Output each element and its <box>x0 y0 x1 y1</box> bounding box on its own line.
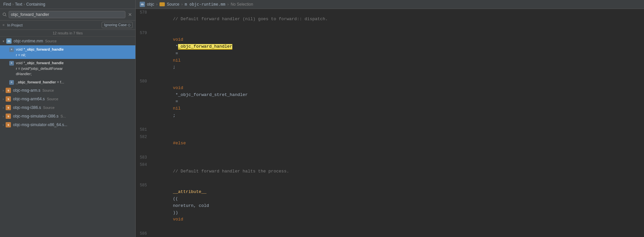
editor-breadcrumb: m objc › Source › m objc-runtime.mm › No… <box>136 0 644 9</box>
search-clear-button[interactable]: ✕ <box>127 12 133 17</box>
file-badge-s: s <box>6 105 11 110</box>
code-line-583: 583 <box>136 154 644 161</box>
file-badge-s: s <box>6 96 11 102</box>
file-name-objc-runtime: objc-runtime.mm <box>14 39 43 43</box>
ed-bc-selection: No Selection <box>231 2 253 7</box>
code-line-581: 581 <box>136 126 644 133</box>
svg-rect-3 <box>160 3 162 4</box>
file-type-icon: m <box>140 2 145 7</box>
file-source-arm: Source <box>42 88 54 92</box>
file-badge-s: s <box>6 88 11 93</box>
ed-bc-sep-1: › <box>156 2 158 7</box>
file-source-objc-runtime: Source <box>45 39 57 43</box>
line-content: void *_objc_forward_handler = nil ; <box>152 29 644 78</box>
file-badge-m: m <box>6 38 12 44</box>
code-line-586: 586 objc_defaultForwardHandler ( id self… <box>136 230 644 237</box>
ed-bc-sep-3: › <box>227 2 229 7</box>
results-count: 12 results in 7 files <box>0 30 135 37</box>
result-item-icon: ≡ <box>9 61 14 66</box>
line-number: 581 <box>136 126 152 133</box>
file-name-arm: objc-msg-arm.s <box>13 88 40 93</box>
breadcrumb: Find › Text › Containing <box>0 0 135 9</box>
svg-rect-2 <box>160 3 164 6</box>
code-line-582: 582 #else <box>136 133 644 154</box>
line-number: 586 <box>136 230 152 237</box>
line-content: #else <box>152 133 644 154</box>
code-area[interactable]: 578 // Default forward handler (nil) goe… <box>136 9 644 237</box>
line-content: objc_defaultForwardHandler ( id self , S… <box>152 230 644 237</box>
chevron-right-icon: › <box>3 115 4 118</box>
results-list[interactable]: ▾ m objc-runtime.mm Source ≡ void *_objc… <box>0 37 135 237</box>
file-name-i386: objc-msg-i386.s <box>13 105 41 110</box>
code-line-585: 585 __attribute__ (( noreturn, cold )) v… <box>136 182 644 230</box>
code-line-579: 579 void *_objc_forward_handler = nil ; <box>136 29 644 78</box>
ed-bc-filename[interactable]: m objc-runtime.mm <box>185 2 225 7</box>
breadcrumb-sep-1: › <box>12 2 14 7</box>
result-item[interactable]: ≡ void *_objc_forward_handler = nil; <box>0 45 135 59</box>
search-options: ≡ In Project Ignoring Case ◇ <box>0 21 135 30</box>
search-icon <box>3 13 7 17</box>
file-header-arm64[interactable]: › s objc-msg-arm64.s Source <box>0 95 135 103</box>
file-group-i386: › s objc-msg-i386.s Source <box>0 103 135 112</box>
file-group-sim-i386: › s objc-msg-simulator-i386.s S... <box>0 112 135 120</box>
file-header-sim-i386[interactable]: › s objc-msg-simulator-i386.s S... <box>0 112 135 120</box>
folder-icon <box>160 2 165 6</box>
breadcrumb-find[interactable]: Find <box>3 2 11 7</box>
line-content: // Default forward handler halts the pro… <box>152 161 644 182</box>
line-number: 579 <box>136 29 152 36</box>
svg-point-0 <box>3 13 6 16</box>
file-badge-s: s <box>6 122 11 127</box>
code-line-580: 580 void *_objc_forward_stret_handler = … <box>136 78 644 126</box>
file-header-i386[interactable]: › s objc-msg-i386.s Source <box>0 103 135 112</box>
line-content: __attribute__ (( noreturn, cold )) void <box>152 182 644 230</box>
search-input[interactable] <box>9 11 125 18</box>
ed-bc-sep-2: › <box>181 2 183 7</box>
scope-label[interactable]: In Project <box>7 23 23 27</box>
line-content: void *_objc_forward_stret_handler = nil … <box>152 78 644 126</box>
result-item-icon: ≡ <box>9 80 14 85</box>
result-item-text: void *_objc_forward_handler = nil; <box>16 47 133 58</box>
line-number: 584 <box>136 161 152 168</box>
chevron-right-icon: › <box>3 123 4 127</box>
file-header-sim-x86[interactable]: › s objc-msg-simulator-x86_64.s... <box>0 120 135 129</box>
breadcrumb-text[interactable]: Text <box>15 2 22 7</box>
file-source-sim-i386: S... <box>61 114 66 118</box>
line-number: 585 <box>136 182 152 189</box>
chevron-right-icon: › <box>3 89 4 92</box>
file-header-objc-runtime[interactable]: ▾ m objc-runtime.mm Source <box>0 37 135 45</box>
ed-bc-source[interactable]: Source <box>167 2 179 7</box>
result-item-text: void *_objc_forward_handler = (void*)obj… <box>16 60 133 77</box>
left-panel: Find › Text › Containing ✕ ≡ In Project … <box>0 0 136 237</box>
line-content: // Default forward handler (nil) goes to… <box>152 9 644 29</box>
chevron-right-icon: › <box>3 97 4 101</box>
file-group-arm64: › s objc-msg-arm64.s Source <box>0 95 135 103</box>
file-name-sim-x86: objc-msg-simulator-x86_64.s... <box>13 122 67 127</box>
line-number: 583 <box>136 154 152 161</box>
file-source-i386: Source <box>43 106 55 110</box>
case-button[interactable]: Ignoring Case ◇ <box>102 22 133 28</box>
result-item-icon: ≡ <box>9 47 14 52</box>
file-name-sim-i386: objc-msg-simulator-i386.s <box>13 114 58 118</box>
file-badge-s: s <box>6 114 11 119</box>
breadcrumb-sep-2: › <box>23 2 25 7</box>
file-group-sim-x86: › s objc-msg-simulator-x86_64.s... <box>0 120 135 129</box>
ed-bc-objc[interactable]: objc <box>147 2 154 7</box>
search-bar: ✕ <box>0 9 135 21</box>
file-group-arm: › s objc-msg-arm.s Source <box>0 86 135 95</box>
file-source-arm64: Source <box>47 97 58 101</box>
result-item[interactable]: ≡ _objc_forward_handler = f... <box>0 78 135 86</box>
code-line-578: 578 // Default forward handler (nil) goe… <box>136 9 644 29</box>
file-name-arm64: objc-msg-arm64.s <box>13 97 45 101</box>
file-group-objc-runtime: ▾ m objc-runtime.mm Source ≡ void *_objc… <box>0 37 135 86</box>
line-number: 580 <box>136 78 152 85</box>
result-item[interactable]: ≡ void *_objc_forward_handler = (void*)o… <box>0 59 135 78</box>
right-panel: m objc › Source › m objc-runtime.mm › No… <box>136 0 644 237</box>
line-number: 578 <box>136 9 152 16</box>
breadcrumb-containing[interactable]: Containing <box>26 2 45 7</box>
line-number: 582 <box>136 133 152 140</box>
result-item-text: _objc_forward_handler = f... <box>16 79 133 85</box>
svg-line-1 <box>6 16 7 17</box>
file-header-arm[interactable]: › s objc-msg-arm.s Source <box>0 86 135 95</box>
chevron-right-icon: › <box>3 106 4 110</box>
list-icon: ≡ <box>3 23 5 27</box>
